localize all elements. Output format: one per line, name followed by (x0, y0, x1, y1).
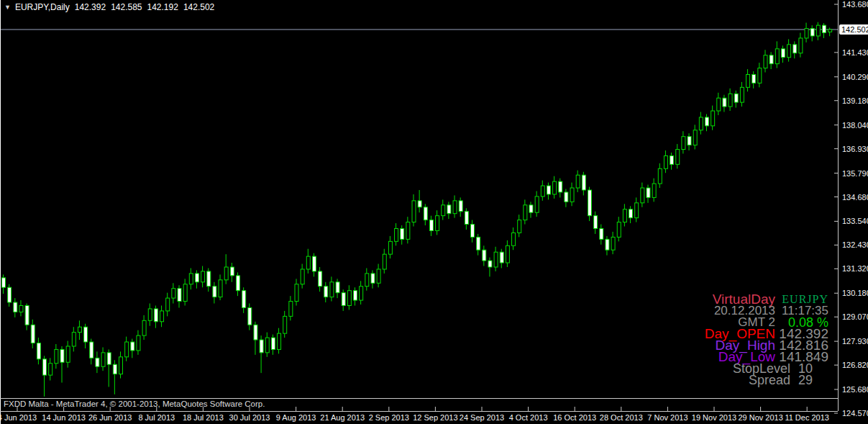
time-tick-label: 2 Sep 2013 (369, 413, 409, 422)
candle-body (682, 137, 685, 150)
candle-body (576, 175, 580, 188)
price-tick-label: 136.930 (842, 145, 868, 153)
candle-body (260, 340, 263, 353)
time-tick-label: 9 Aug 2013 (276, 413, 316, 422)
candle-body (611, 237, 615, 250)
candle-body (711, 111, 715, 126)
candle-body (178, 289, 181, 302)
candle-body (746, 74, 750, 87)
candle-body (213, 287, 216, 297)
candle-body (606, 239, 609, 250)
candle-body (758, 68, 762, 84)
candle-body (289, 302, 293, 317)
price-tick-label: 126.820 (842, 361, 868, 369)
time-tick-label: 7 Nov 2013 (647, 413, 687, 422)
candle-body (565, 192, 568, 202)
candle-body (43, 359, 47, 375)
candle-body (90, 342, 93, 358)
candle-body (14, 302, 17, 312)
candle-body (535, 197, 539, 212)
candle-body (271, 338, 275, 349)
candle-body (664, 155, 667, 168)
candle-body (207, 271, 211, 287)
candle-body (512, 233, 516, 245)
candle-body (66, 346, 70, 362)
time-tick-label: 21 Aug 2013 (320, 413, 365, 422)
candle-body (395, 228, 398, 241)
spread-value: 29 (798, 373, 813, 387)
candle-body (588, 190, 592, 216)
candle-body (365, 274, 369, 287)
candle-body (500, 252, 503, 263)
candle-body (805, 29, 808, 38)
candle-body (723, 98, 726, 107)
candle-body (728, 94, 732, 107)
candle-body (717, 98, 721, 111)
price-tick-label: 125.680 (842, 385, 868, 394)
candle-body (172, 289, 175, 298)
candle-body (119, 357, 123, 374)
candle-body (295, 284, 298, 302)
candle-body (559, 181, 562, 192)
candle-body (477, 237, 480, 250)
candle-body (107, 353, 111, 364)
candle-body (137, 335, 140, 351)
price-tick-label: 138.040 (842, 121, 868, 130)
candle-body (371, 274, 375, 283)
price-tick-label: 133.540 (842, 217, 868, 225)
candle-body (72, 333, 76, 346)
candle-body (570, 188, 574, 202)
candle-body (336, 282, 339, 293)
price-tick-label: 140.290 (842, 73, 868, 81)
candle-body (488, 261, 492, 267)
price-tick-label: 143.680 (842, 0, 868, 9)
time-tick-label: 29 Nov 2013 (738, 413, 782, 422)
candle-body (189, 274, 193, 284)
quote-close: 142.502 (183, 2, 214, 12)
time-tick-label: 26 Jun 2013 (88, 413, 132, 422)
candle-body (670, 155, 674, 164)
candle-body (84, 327, 88, 342)
virtualday-panel: VirtualDay EURJPY 20.12.2013 11:17:35 GM… (682, 294, 828, 386)
candle-body (465, 212, 468, 225)
candle-body (342, 293, 345, 306)
candle-body (623, 209, 626, 222)
candle-body (775, 49, 779, 64)
candle-body (647, 188, 650, 197)
candle-body (160, 311, 164, 322)
price-tick-label: 124.570 (842, 409, 868, 418)
time-tick-label: 19 Nov 2013 (692, 413, 736, 422)
candle-body (693, 130, 697, 145)
candle-body (60, 349, 64, 362)
broker-copyright: FXDD Malta - MetaTrader 4, © 2001-2013, … (4, 400, 265, 408)
candle-body (828, 30, 832, 32)
candle-body (166, 298, 170, 311)
candle-body (248, 307, 252, 325)
candle-body (201, 271, 205, 282)
candle-body (429, 220, 433, 231)
candle-body (101, 353, 105, 366)
price-tick-label: 127.930 (842, 337, 868, 346)
candle-body (424, 207, 427, 220)
candle-body (816, 25, 820, 36)
candle-body (219, 280, 222, 297)
quote-open: 142.392 (75, 2, 106, 12)
candle-body (31, 325, 35, 343)
price-tick-label: 130.180 (842, 289, 868, 297)
candle-body (142, 320, 146, 335)
candle-body (471, 225, 475, 238)
candle-body (312, 256, 316, 271)
price-tick-label: 139.180 (842, 96, 868, 105)
time-tick-label: 16 Oct 2013 (553, 413, 596, 422)
candle-body (641, 188, 644, 203)
candle-body (237, 276, 240, 291)
quote-high: 142.585 (111, 2, 142, 12)
time-tick-label: 4 Jun 2013 (0, 413, 37, 422)
candle-body (330, 282, 334, 297)
candle-body (19, 305, 23, 312)
candle-body (319, 271, 322, 287)
candle-body (453, 201, 457, 214)
candle-body (658, 168, 662, 184)
time-tick-label: 11 Dec 2013 (785, 413, 829, 422)
time-tick-label: 28 Oct 2013 (600, 413, 643, 422)
